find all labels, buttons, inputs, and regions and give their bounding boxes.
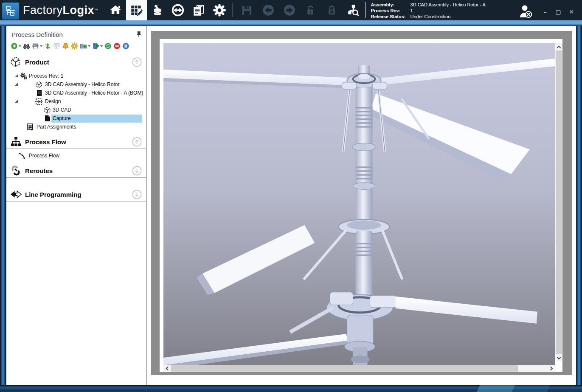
- scroll-up-button[interactable]: [555, 43, 562, 50]
- nav-tab-settings[interactable]: [209, 0, 230, 20]
- import-bucket-button[interactable]: [92, 42, 103, 50]
- tree-item-label: 3D CAD: [51, 106, 73, 114]
- section-line-programming[interactable]: Line Programming: [6, 188, 146, 202]
- process-rev-label: Process Rev:: [371, 8, 410, 14]
- tree-item-bom[interactable]: 3D CAD Assembly - Helico Rotor - A (BOM): [6, 89, 146, 97]
- bucket-export-icon: [92, 42, 99, 50]
- print-button[interactable]: [32, 42, 42, 50]
- section-process-flow[interactable]: Process Flow: [6, 135, 146, 149]
- presentation-button[interactable]: [53, 42, 60, 50]
- tree-item-capture[interactable]: Capture: [6, 114, 146, 123]
- binoculars-icon: [23, 42, 30, 50]
- section-line-programming-label: Line Programming: [25, 191, 132, 198]
- assembly-label: Assembly:: [371, 2, 410, 8]
- forward-button[interactable]: [279, 0, 300, 20]
- back-button[interactable]: [258, 0, 279, 20]
- sync-button[interactable]: [44, 42, 51, 50]
- capture-frame: [160, 39, 562, 372]
- save-button[interactable]: [236, 0, 258, 20]
- refresh-circle-icon: [104, 42, 112, 50]
- vertical-scroll-thumb[interactable]: [556, 50, 562, 354]
- tree-item-design[interactable]: Design: [6, 97, 146, 106]
- export-folder-button[interactable]: [80, 42, 90, 50]
- panel-title: Process Definition: [11, 31, 63, 38]
- logout-user-button[interactable]: [517, 4, 534, 20]
- nav-tab-documents[interactable]: [188, 0, 209, 20]
- process-definition-grid-pencil-icon: [130, 4, 143, 17]
- tree-item-label: Design: [44, 98, 63, 106]
- nav-tab-materials[interactable]: [147, 0, 168, 20]
- tree-item-process-flow[interactable]: Process Flow: [6, 151, 146, 160]
- options-button[interactable]: [71, 42, 78, 50]
- cube-3d-icon: [44, 106, 51, 114]
- maximize-button[interactable]: ▢: [554, 8, 563, 16]
- window-frame-right: [576, 20, 582, 392]
- where-used-search-button[interactable]: [343, 0, 364, 20]
- expander-icon[interactable]: [15, 83, 18, 86]
- horizontal-scrollbar[interactable]: [163, 365, 555, 372]
- expander-icon[interactable]: [15, 74, 18, 78]
- capture-panel: [151, 31, 572, 375]
- vertical-scrollbar[interactable]: [555, 43, 562, 361]
- brand-wordmark: FactoryLogix™: [23, 4, 98, 17]
- gold-gear-icon: [71, 42, 78, 50]
- reroutes-collapsed-area: [6, 178, 146, 185]
- expander-icon[interactable]: [15, 100, 18, 103]
- horizontal-scroll-track[interactable]: [518, 365, 548, 372]
- flow-search-icon: [347, 4, 360, 17]
- chevron-down-icon: [557, 355, 561, 359]
- print-dropdown-caret[interactable]: [40, 45, 42, 47]
- check-out-button[interactable]: [300, 0, 321, 20]
- home-icon: [109, 4, 122, 17]
- scroll-down-button[interactable]: [555, 354, 562, 361]
- whiteboard-icon: [53, 42, 60, 50]
- alerts-button[interactable]: [62, 42, 69, 50]
- hold-button[interactable]: [122, 42, 129, 50]
- check-in-cancel-button[interactable]: [321, 0, 343, 20]
- collapse-up-button[interactable]: [132, 137, 142, 147]
- nav-tab-process-definition[interactable]: [126, 0, 147, 20]
- flow-path-icon: [18, 152, 25, 160]
- tree-item-3d-cad[interactable]: 3D CAD: [6, 106, 146, 114]
- window-frame-left: [0, 20, 6, 392]
- tree-item-assembly[interactable]: 3D CAD Assembly - Helico Rotor: [6, 80, 146, 89]
- pin-icon[interactable]: [136, 31, 142, 38]
- minimize-button[interactable]: –: [540, 8, 550, 16]
- collapse-up-button[interactable]: [132, 57, 142, 67]
- design-sketch-icon: [35, 98, 42, 105]
- nav-tab-transfers[interactable]: [168, 0, 188, 20]
- process-flow-orgchart-icon: [10, 137, 22, 147]
- add-dropdown-caret[interactable]: [19, 45, 21, 47]
- scroll-left-button[interactable]: [163, 365, 171, 372]
- titlebar-right: – ▢ ✕: [517, 0, 576, 20]
- bom-icon: [36, 90, 43, 97]
- nav-tab-home[interactable]: [105, 0, 126, 20]
- unlock-icon: [305, 5, 316, 16]
- section-reroutes[interactable]: Reroutes: [6, 164, 146, 178]
- collapse-down-button[interactable]: [132, 166, 142, 176]
- export-dropdown-caret[interactable]: [88, 45, 90, 47]
- tree-item-part-assignments[interactable]: Part Assignments: [6, 123, 146, 131]
- cube-3d-icon: [35, 81, 42, 88]
- tree-item-process-rev[interactable]: Process Rev: 1: [6, 72, 146, 80]
- refresh-button[interactable]: [104, 42, 112, 50]
- assembly-row: Assembly: 3D CAD Assembly - Helico Rotor…: [371, 2, 486, 8]
- window-frame-bottom: [0, 385, 582, 392]
- add-button[interactable]: [11, 42, 21, 50]
- section-product[interactable]: Product: [6, 55, 146, 69]
- scroll-right-button[interactable]: [548, 365, 555, 372]
- collapse-down-button[interactable]: [132, 190, 142, 199]
- process-flow-list: Process Flow: [6, 149, 146, 162]
- remove-button[interactable]: [113, 42, 121, 50]
- forward-icon: [283, 4, 296, 17]
- line-programming-arrows-icon: [10, 190, 22, 199]
- 3d-viewport[interactable]: [163, 43, 555, 365]
- import-dropdown-caret[interactable]: [100, 45, 103, 47]
- workstation-icon: [5, 5, 17, 17]
- titlebar: FactoryLogix™: [0, 0, 582, 20]
- horizontal-scroll-thumb[interactable]: [171, 365, 518, 372]
- gears-icon: [20, 73, 27, 80]
- find-button[interactable]: [23, 42, 30, 50]
- close-button[interactable]: ✕: [567, 8, 576, 16]
- green-sync-icon: [44, 42, 51, 50]
